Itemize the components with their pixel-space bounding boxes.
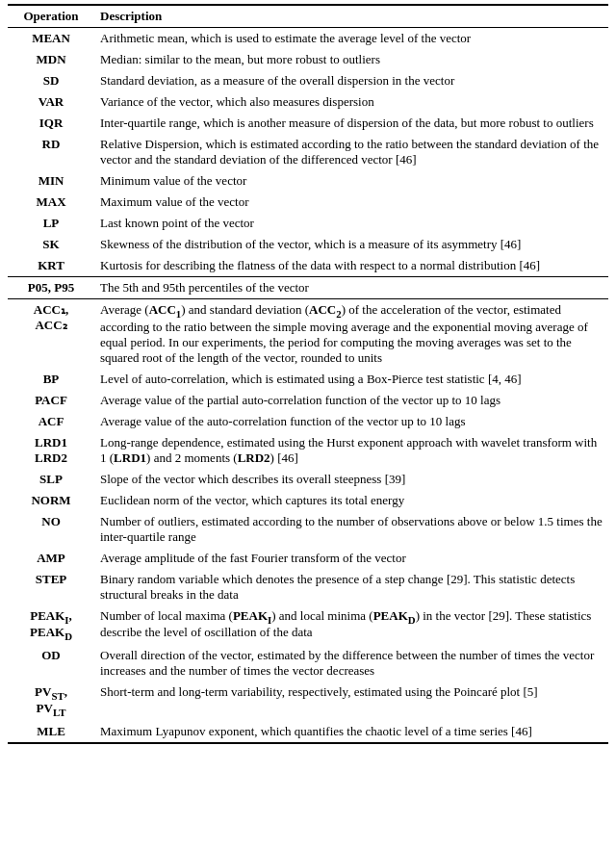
operation-cell: MLE xyxy=(8,721,94,743)
table-row: MLEMaximum Lyapunov exponent, which quan… xyxy=(8,721,608,743)
table-row: ACFAverage value of the auto-correlation… xyxy=(8,411,608,432)
operation-cell: SLP xyxy=(8,469,94,490)
operations-table: Operation Description MEANArithmetic mea… xyxy=(8,4,608,744)
operation-cell: MDN xyxy=(8,49,94,70)
operation-cell: LP xyxy=(8,213,94,234)
operation-cell: SD xyxy=(8,70,94,91)
table-row: PVST,PVLTShort-term and long-term variab… xyxy=(8,682,608,721)
operation-cell: ACC₁,ACC₂ xyxy=(8,299,94,369)
description-cell: Arithmetic mean, which is used to estima… xyxy=(94,28,608,50)
description-cell: The 5th and 95th percentiles of the vect… xyxy=(94,277,608,299)
operation-cell: ACF xyxy=(8,411,94,432)
operation-cell: PACF xyxy=(8,390,94,411)
operation-cell: MAX xyxy=(8,192,94,213)
table-row: SLPSlope of the vector which describes i… xyxy=(8,469,608,490)
description-cell: Euclidean norm of the vector, which capt… xyxy=(94,490,608,511)
table-row: AMPAverage amplitude of the fast Fourier… xyxy=(8,548,608,569)
table-row: ACC₁,ACC₂Average (ACC1) and standard dev… xyxy=(8,299,608,369)
description-cell: Median: similar to the mean, but more ro… xyxy=(94,49,608,70)
table-row: PEAKI,PEAKDNumber of local maxima (PEAKI… xyxy=(8,605,608,645)
operation-cell: LRD1LRD2 xyxy=(8,432,94,469)
description-cell: Maximum Lyapunov exponent, which quantif… xyxy=(94,721,608,743)
description-cell: Average (ACC1) and standard deviation (A… xyxy=(94,299,608,369)
description-cell: Standard deviation, as a measure of the … xyxy=(94,70,608,91)
operation-cell: RD xyxy=(8,134,94,170)
description-cell: Inter-quartile range, which is another m… xyxy=(94,113,608,134)
table-row: SKSkewness of the distribution of the ve… xyxy=(8,234,608,255)
description-cell: Number of local maxima (PEAKI) and local… xyxy=(94,605,608,645)
description-cell: Average amplitude of the fast Fourier tr… xyxy=(94,548,608,569)
description-cell: Relative Dispersion, which is estimated … xyxy=(94,134,608,170)
table-row: SDStandard deviation, as a measure of th… xyxy=(8,70,608,91)
operation-cell: SK xyxy=(8,234,94,255)
operation-cell: P05, P95 xyxy=(8,277,94,299)
description-cell: Skewness of the distribution of the vect… xyxy=(94,234,608,255)
table-row: KRTKurtosis for describing the flatness … xyxy=(8,255,608,277)
description-cell: Minimum value of the vector xyxy=(94,170,608,192)
operation-cell: MEAN xyxy=(8,28,94,50)
table-row: VARVariance of the vector, which also me… xyxy=(8,91,608,113)
table-row: NORMEuclidean norm of the vector, which … xyxy=(8,490,608,511)
description-cell: Average value of the auto-correlation fu… xyxy=(94,411,608,432)
operation-cell: NO xyxy=(8,511,94,548)
table-row: P05, P95The 5th and 95th percentiles of … xyxy=(8,277,608,299)
description-cell: Binary random variable which denotes the… xyxy=(94,569,608,605)
table-row: ODOverall direction of the vector, estim… xyxy=(8,645,608,682)
main-container: Operation Description MEANArithmetic mea… xyxy=(0,0,616,748)
description-cell: Last known point of the vector xyxy=(94,213,608,234)
description-cell: Maximum value of the vector xyxy=(94,192,608,213)
table-row: BPLevel of auto-correlation, which is es… xyxy=(8,369,608,390)
table-row: NONumber of outliers, estimated accordin… xyxy=(8,511,608,548)
description-cell: Overall direction of the vector, estimat… xyxy=(94,645,608,682)
table-row: RDRelative Dispersion, which is estimate… xyxy=(8,134,608,170)
table-row: MEANArithmetic mean, which is used to es… xyxy=(8,28,608,50)
header-operation: Operation xyxy=(8,5,94,28)
operation-cell: PEAKI,PEAKD xyxy=(8,605,94,645)
description-cell: Short-term and long-term variability, re… xyxy=(94,682,608,721)
operation-cell: STEP xyxy=(8,569,94,605)
description-cell: Average value of the partial auto-correl… xyxy=(94,390,608,411)
description-cell: Variance of the vector, which also measu… xyxy=(94,91,608,113)
table-row: LPLast known point of the vector xyxy=(8,213,608,234)
table-row: STEPBinary random variable which denotes… xyxy=(8,569,608,605)
table-row: LRD1LRD2Long-range dependence, estimated… xyxy=(8,432,608,469)
description-cell: Level of auto-correlation, which is esti… xyxy=(94,369,608,390)
operation-cell: VAR xyxy=(8,91,94,113)
table-row: IQRInter-quartile range, which is anothe… xyxy=(8,113,608,134)
table-row: PACFAverage value of the partial auto-co… xyxy=(8,390,608,411)
operation-cell: MIN xyxy=(8,170,94,192)
table-row: MDNMedian: similar to the mean, but more… xyxy=(8,49,608,70)
operation-cell: OD xyxy=(8,645,94,682)
operation-cell: IQR xyxy=(8,113,94,134)
description-cell: Slope of the vector which describes its … xyxy=(94,469,608,490)
operation-cell: AMP xyxy=(8,548,94,569)
operation-cell: KRT xyxy=(8,255,94,277)
table-row: MINMinimum value of the vector xyxy=(8,170,608,192)
table-row: MAXMaximum value of the vector xyxy=(8,192,608,213)
description-cell: Number of outliers, estimated according … xyxy=(94,511,608,548)
header-description: Description xyxy=(94,5,608,28)
description-cell: Long-range dependence, estimated using t… xyxy=(94,432,608,469)
operation-cell: BP xyxy=(8,369,94,390)
description-cell: Kurtosis for describing the flatness of … xyxy=(94,255,608,277)
operation-cell: NORM xyxy=(8,490,94,511)
table-header-row: Operation Description xyxy=(8,5,608,28)
operation-cell: PVST,PVLT xyxy=(8,682,94,721)
